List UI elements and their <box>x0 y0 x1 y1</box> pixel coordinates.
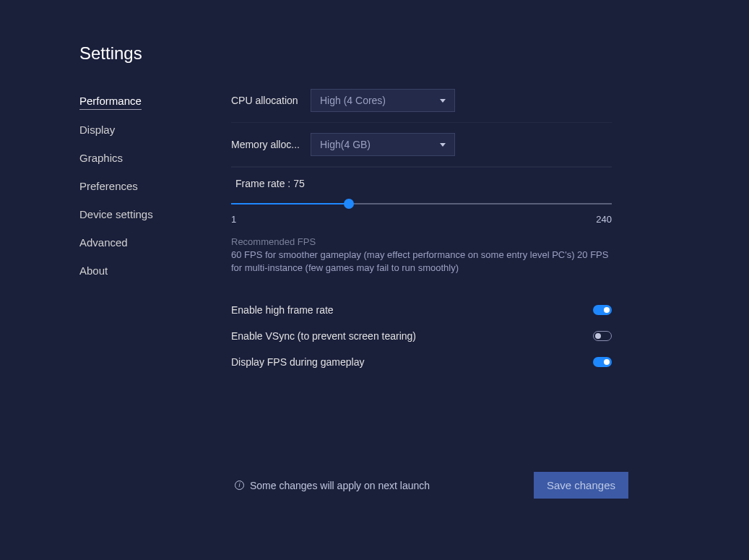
sidebar-item-graphics[interactable]: Graphics <box>79 146 123 170</box>
save-changes-button[interactable]: Save changes <box>534 472 628 499</box>
memory-allocation-select[interactable]: High(4 GB) <box>311 133 455 156</box>
display-fps-label: Display FPS during gameplay <box>231 356 364 368</box>
sidebar: Performance Display Graphics Preferences… <box>79 89 231 375</box>
toggle-knob <box>604 359 610 365</box>
frame-rate-label: Frame rate : 75 <box>231 178 612 189</box>
cpu-allocation-value: High (4 Cores) <box>320 95 386 106</box>
memory-allocation-label: Memory alloc... <box>231 139 311 150</box>
footer-note-text: Some changes will apply on next launch <box>250 480 430 491</box>
sidebar-item-display[interactable]: Display <box>79 118 115 142</box>
enable-high-frame-rate-label: Enable high frame rate <box>231 304 334 316</box>
recommended-fps-title: Recommended FPS <box>231 236 612 247</box>
footer-note: i Some changes will apply on next launch <box>235 480 430 491</box>
sidebar-item-preferences[interactable]: Preferences <box>79 174 138 198</box>
info-icon: i <box>235 481 244 490</box>
slider-min-label: 1 <box>231 214 236 225</box>
chevron-down-icon <box>440 99 446 103</box>
sidebar-item-performance[interactable]: Performance <box>79 89 142 110</box>
sidebar-item-about[interactable]: About <box>79 259 108 283</box>
main-content: CPU allocation High (4 Cores) Memory all… <box>231 89 749 375</box>
cpu-allocation-label: CPU allocation <box>231 95 311 106</box>
toggle-knob <box>604 307 610 313</box>
slider-thumb[interactable] <box>344 199 354 209</box>
chevron-down-icon <box>440 143 446 147</box>
enable-vsync-toggle[interactable] <box>593 331 612 341</box>
toggle-knob <box>595 333 601 339</box>
enable-vsync-label: Enable VSync (to prevent screen tearing) <box>231 330 416 342</box>
slider-fill <box>231 203 349 204</box>
cpu-allocation-select[interactable]: High (4 Cores) <box>311 89 455 112</box>
sidebar-item-device-settings[interactable]: Device settings <box>79 202 153 226</box>
frame-rate-slider[interactable] <box>231 197 612 211</box>
slider-max-label: 240 <box>596 214 612 225</box>
enable-high-frame-rate-toggle[interactable] <box>593 305 612 315</box>
memory-allocation-value: High(4 GB) <box>320 139 371 150</box>
sidebar-item-advanced[interactable]: Advanced <box>79 231 128 254</box>
display-fps-toggle[interactable] <box>593 357 612 367</box>
recommended-fps-text: 60 FPS for smoother gameplay (may effect… <box>231 249 612 274</box>
page-title: Settings <box>79 43 749 64</box>
